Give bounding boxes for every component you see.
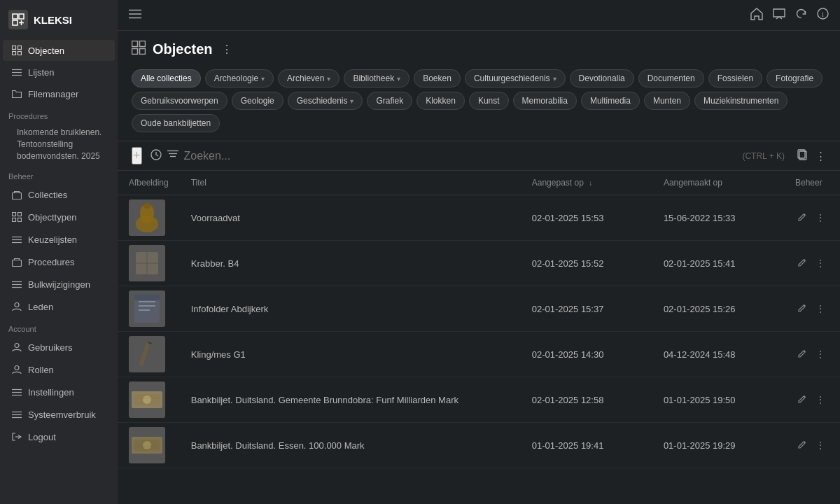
- sidebar-main-items: Objecten Lijsten Filemanager: [0, 39, 118, 105]
- object-title: Bankbiljet. Duitsland. Essen. 100.000 Ma…: [191, 440, 365, 451]
- filter-tag-grafiek[interactable]: Grafiek: [367, 92, 412, 110]
- more-options-icon[interactable]: ⋮: [813, 438, 827, 453]
- filter-tag-devotionalia[interactable]: Devotionalia: [570, 69, 634, 88]
- sidebar-item-label: Filemanager: [28, 89, 78, 99]
- search-filter-icon[interactable]: [167, 150, 178, 162]
- filter-tag-alle[interactable]: Alle collecties: [132, 69, 201, 88]
- edit-icon[interactable]: [795, 255, 809, 272]
- chevron-down-icon: ▾: [261, 75, 265, 83]
- sidebar-item-objecten[interactable]: Objecten: [3, 40, 115, 61]
- filter-tag-cultuurgeschiedenis[interactable]: Cultuurgeschiedenis ▾: [465, 69, 566, 88]
- table-row[interactable]: Krabber. B4 02-01-2025 15:52 02-01-2025 …: [118, 241, 840, 286]
- object-title-cell: Infofolder Abdijkerk: [180, 286, 521, 332]
- filter-tag-archeologie[interactable]: Archeologie ▾: [205, 69, 274, 88]
- more-options-icon[interactable]: ⋮: [813, 392, 827, 407]
- home-icon[interactable]: [750, 8, 763, 23]
- sidebar-sub-inkomende[interactable]: Inkomende bruiklenen. Tentoonstelling bo…: [0, 123, 118, 165]
- search-history-icon[interactable]: [150, 149, 162, 162]
- filter-tag-documenten[interactable]: Documenten: [638, 69, 704, 88]
- sidebar-item-objecttypen[interactable]: Objecttypen: [3, 206, 115, 227]
- filter-tag-fossielen[interactable]: Fossielen: [708, 69, 762, 88]
- filter-tag-archieven[interactable]: Archieven ▾: [278, 69, 340, 88]
- sidebar-item-logout[interactable]: Logout: [3, 426, 115, 447]
- more-options-icon[interactable]: ⋮: [813, 210, 827, 225]
- table-row[interactable]: Infofolder Abdijkerk 02-01-2025 15:37 02…: [118, 286, 840, 332]
- filter-tag-kunst[interactable]: Kunst: [469, 92, 509, 110]
- edit-icon[interactable]: [795, 346, 809, 363]
- svg-rect-12: [18, 213, 22, 216]
- info-icon[interactable]: i: [817, 8, 829, 22]
- svg-rect-6: [18, 52, 22, 55]
- filter-tag-multimedia[interactable]: Multimedia: [581, 92, 640, 110]
- object-aangemaakt-date: 01-01-2025 19:50: [664, 395, 736, 405]
- procedures-section-label: Procedures: [0, 105, 118, 123]
- filter-tag-boeken[interactable]: Boeken: [414, 69, 461, 88]
- object-aangepast-cell: 02-01-2025 12:58: [521, 377, 652, 423]
- search-copy-icon[interactable]: [797, 149, 808, 162]
- main-content: i Objecten ⋮ Alle collecties Archeologie…: [118, 0, 840, 504]
- refresh-icon[interactable]: [795, 8, 807, 22]
- beheer-section-label: Beheer: [0, 165, 118, 183]
- bulk-icon: [11, 279, 22, 290]
- filter-tag-geologie[interactable]: Geologie: [232, 92, 284, 110]
- sidebar-item-lijsten[interactable]: Lijsten: [3, 62, 115, 83]
- table-row[interactable]: Bankbiljet. Duitsland. Gemeente Brunndob…: [118, 377, 840, 423]
- beheer-actions: ⋮: [795, 392, 829, 408]
- messages-icon[interactable]: [773, 8, 785, 22]
- filter-tag-gebruiksvoorwerpen[interactable]: Gebruiksvoorwerpen: [132, 92, 227, 110]
- svg-rect-1: [19, 14, 24, 19]
- sidebar-item-filemanager[interactable]: Filemanager: [3, 83, 115, 104]
- page-header: Objecten ⋮: [118, 31, 840, 65]
- logout-icon: [11, 431, 22, 442]
- sidebar-item-keuzelijsten[interactable]: Keuzelijsten: [3, 229, 115, 250]
- search-more-icon[interactable]: ⋮: [816, 150, 826, 162]
- filter-tag-oudebankbiljetten[interactable]: Oude bankbiljetten: [132, 114, 220, 132]
- sidebar-item-systeemverbruik[interactable]: Systeemverbruik: [3, 404, 115, 425]
- filter-tag-geschiedenis[interactable]: Geschiedenis ▾: [288, 92, 363, 110]
- edit-icon[interactable]: [795, 301, 809, 317]
- more-options-icon[interactable]: ⋮: [813, 255, 827, 271]
- sidebar-item-leden[interactable]: Leden: [3, 296, 115, 317]
- add-object-button[interactable]: +: [132, 147, 142, 164]
- col-aangemaakt-op: Aangemaakt op: [652, 171, 784, 195]
- edit-icon[interactable]: [795, 438, 809, 454]
- object-aangepast-date: 02-01-2025 15:52: [532, 258, 604, 269]
- table-header-row: Afbeelding Titel Aangepast op ↓ Aangemaa…: [118, 171, 840, 195]
- col-titel: Titel: [180, 171, 521, 195]
- filter-tag-fotografie[interactable]: Fotografie: [766, 69, 822, 88]
- object-aangemaakt-cell: 15-06-2022 15:33: [652, 195, 784, 241]
- filter-tag-bibliotheek[interactable]: Bibliotheek ▾: [344, 69, 410, 88]
- sidebar-item-rollen[interactable]: Rollen: [3, 359, 115, 380]
- sidebar-item-label: Procedures: [28, 257, 74, 267]
- svg-rect-2: [13, 20, 18, 25]
- col-aangepast-op[interactable]: Aangepast op ↓: [521, 171, 652, 195]
- page-more-button[interactable]: ⋮: [221, 43, 232, 56]
- edit-icon[interactable]: [795, 392, 809, 408]
- table-row[interactable]: Bankbiljet. Duitsland. Essen. 100.000 Ma…: [118, 423, 840, 468]
- edit-icon[interactable]: [795, 210, 809, 226]
- filter-tag-klokken[interactable]: Klokken: [416, 92, 465, 110]
- menu-icon[interactable]: [129, 9, 141, 22]
- object-aangemaakt-date: 01-01-2025 19:29: [664, 440, 736, 451]
- object-aangemaakt-cell: 01-01-2025 19:50: [652, 377, 784, 423]
- filter-tag-muziekinstrumenten[interactable]: Muziekinstrumenten: [694, 92, 788, 110]
- svg-rect-38: [140, 41, 146, 47]
- search-input[interactable]: [184, 150, 737, 162]
- filter-tag-munten[interactable]: Munten: [644, 92, 690, 110]
- sidebar-item-procedures[interactable]: Procedures: [3, 251, 115, 272]
- sidebar-item-bulkwijzigingen[interactable]: Bulkwijzigingen: [3, 274, 115, 295]
- sidebar-item-label: Leden: [28, 302, 53, 312]
- object-aangemaakt-cell: 01-01-2025 19:29: [652, 423, 784, 468]
- filter-tag-memorabilia[interactable]: Memorabilia: [513, 92, 577, 110]
- table-row[interactable]: Voorraadvat 02-01-2025 15:53 15-06-2022 …: [118, 195, 840, 241]
- table-row[interactable]: Kling/mes G1 02-01-2025 14:30 04-12-2024…: [118, 332, 840, 377]
- sidebar-item-label: Logout: [28, 432, 56, 442]
- more-options-icon[interactable]: ⋮: [813, 346, 827, 362]
- sidebar-item-instellingen[interactable]: Instellingen: [3, 382, 115, 402]
- more-options-icon[interactable]: ⋮: [813, 301, 827, 316]
- sidebar-item-collecties[interactable]: Collecties: [3, 184, 115, 205]
- sidebar-item-gebruikers[interactable]: Gebruikers: [3, 337, 115, 358]
- svg-rect-0: [13, 14, 18, 19]
- sidebar-item-label: Bulkwijzigingen: [28, 279, 90, 290]
- object-title-cell: Bankbiljet. Duitsland. Essen. 100.000 Ma…: [180, 423, 521, 468]
